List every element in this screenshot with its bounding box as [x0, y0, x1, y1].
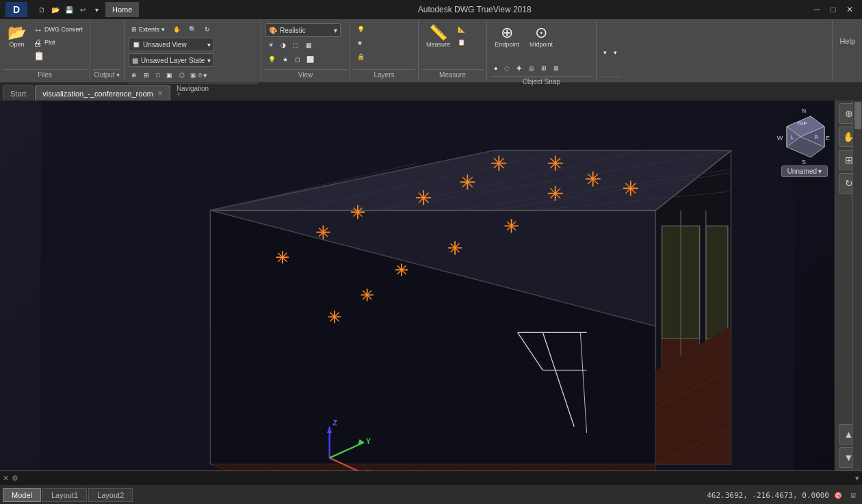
minimize-button[interactable]: ─	[810, 3, 824, 16]
ribbon-group-extra: ▾ ▾	[597, 21, 624, 81]
tab-bar: Start visualization_-_conference_room ✕ …	[0, 83, 862, 101]
snap-btn-4[interactable]: ◎	[526, 62, 537, 75]
qa-new[interactable]: 🗋	[36, 3, 48, 16]
snap-btn-2[interactable]: ◌	[501, 62, 512, 75]
ui-icon-button[interactable]: 🖥	[847, 489, 859, 501]
layer-icon: ▦	[132, 57, 138, 64]
midpoint-button[interactable]: ⊙ Midpoint	[525, 23, 557, 61]
scrollbar-thumb[interactable]	[854, 102, 861, 129]
snap-icon1: ●	[494, 65, 497, 72]
measure-extra-1[interactable]: 📐	[455, 23, 468, 36]
ribbon-group-layers: 💡 ★ 🔒 Layers	[350, 21, 419, 81]
model-tab[interactable]: Model	[3, 488, 41, 502]
measure-extra-icon1: 📐	[458, 26, 465, 33]
nav-extra-5[interactable]: ⬡	[177, 69, 187, 81]
measure-group-label: Measure	[421, 69, 484, 79]
nav-cube[interactable]: TOP L R W E N S	[773, 106, 828, 161]
qa-save[interactable]: 💾	[63, 3, 75, 16]
snap-icon2: ◌	[504, 65, 510, 72]
open-button[interactable]: 📂 Open	[4, 23, 29, 64]
nav-extra-2[interactable]: ⊞	[141, 69, 152, 81]
nav-extra-icon2: ⊞	[144, 72, 149, 79]
nav-extra-icon5: ⬡	[179, 72, 185, 79]
command-close-icon[interactable]: ✕	[3, 474, 9, 483]
layer-btn-2[interactable]: ★	[354, 37, 369, 49]
ribbon-group-navigation: ⊞ Extents ▾ ✋ 🔍 ↻ 🔲	[125, 21, 261, 81]
command-settings-icon[interactable]: ⚙	[12, 474, 18, 483]
plot-button[interactable]: 🖨 Plot	[31, 36, 86, 49]
view-group-label: View	[264, 69, 347, 79]
view-dropdown[interactable]: 🔲 Unsaved View ▾	[129, 38, 214, 51]
view-preset-2[interactable]: ★	[280, 53, 291, 66]
app-logo: D	[5, 2, 27, 17]
maximize-button[interactable]: □	[826, 3, 840, 16]
orbit-button[interactable]: ↻	[202, 23, 213, 36]
snap-btn-3[interactable]: ✚	[514, 62, 525, 75]
zoom-icon: 🔍	[189, 26, 196, 33]
view-preset-4[interactable]: ⬜	[304, 53, 317, 66]
layout1-tab[interactable]: Layout1	[42, 488, 87, 502]
ribbon-group-measure: 📏 Measure 📐 📋 Measure	[419, 21, 487, 81]
layer-btn-1[interactable]: 💡	[354, 23, 369, 36]
extents-icon: ⊞	[131, 26, 137, 33]
view-preset-icon1: 💡	[268, 56, 276, 63]
nav-extra-icon3: □	[156, 72, 159, 79]
ribbon-right: Help	[832, 21, 862, 81]
svg-text:L: L	[791, 135, 794, 140]
qa-open[interactable]: 📂	[49, 3, 62, 16]
nav-extra-4[interactable]: ▣	[164, 69, 175, 81]
nav-extra-icon4: ▣	[166, 72, 172, 79]
nav-extra-1[interactable]: ⊕	[129, 69, 140, 81]
mat-button[interactable]: ▦	[303, 39, 315, 51]
ribbon-group-view: 🎨 Realistic ▾ ☀ ◑ ⬚ ▦	[261, 21, 350, 81]
qa-undo[interactable]: ↩	[77, 3, 89, 16]
menu-tab-home[interactable]: Home	[105, 2, 139, 17]
nav-extra-3[interactable]: □	[153, 69, 162, 81]
svg-rect-22	[706, 226, 728, 339]
layer-btn-3[interactable]: 🔒	[354, 51, 369, 63]
orbit-icon: ↻	[205, 26, 210, 33]
dwg-convert-button[interactable]: ↔ DWG Convert	[31, 23, 86, 36]
layout2-tab[interactable]: Layout2	[88, 488, 133, 502]
view-preset-1[interactable]: 💡	[265, 53, 278, 66]
status-bar: ✕ ⚙ ▾ Model Layout1 Layout2 462.3692, -2…	[0, 470, 862, 504]
snap-btn-5[interactable]: ⊞	[538, 62, 549, 75]
sun-button[interactable]: ☀	[265, 39, 276, 51]
svg-text:N: N	[802, 107, 807, 114]
pan-button[interactable]: ✋	[170, 23, 183, 36]
endpoint-button[interactable]: ⊕ Endpoint	[491, 23, 523, 61]
measure-extra-2[interactable]: 📋	[455, 36, 468, 49]
layer-state-dropdown[interactable]: ▦ Unsaved Layer State ▾	[129, 53, 214, 67]
command-expand-icon[interactable]: ▾	[855, 474, 859, 483]
extents-button[interactable]: ⊞ Extents ▾	[129, 23, 168, 36]
close-button[interactable]: ✕	[843, 3, 857, 16]
view-name-button[interactable]: Unnamed ▾	[781, 165, 828, 177]
measure-extra-icon2: 📋	[458, 39, 465, 46]
coord-icon-button[interactable]: 🎯	[832, 489, 844, 501]
expand-button2[interactable]: ▾	[611, 47, 620, 59]
doc-tab-conference[interactable]: visualization_-_conference_room ✕	[35, 85, 170, 101]
view-preset-icon3: ◻	[295, 56, 300, 63]
snap-btn-6[interactable]: ⊠	[551, 62, 562, 75]
snap-btn-1[interactable]: ●	[491, 62, 500, 75]
vertical-scrollbar[interactable]	[852, 101, 862, 470]
start-tab[interactable]: Start	[3, 85, 34, 101]
zoom-button[interactable]: 🔍	[186, 23, 199, 36]
coordinates-display: 462.3692, -216.4673, 0.0000	[707, 491, 829, 500]
add-tab-button[interactable]: +	[172, 85, 185, 101]
title-bar: D 🗋 📂 💾 ↩ ▾ Home Autodesk DWG TrueView 2…	[0, 0, 862, 19]
doc-tab-close[interactable]: ✕	[157, 90, 163, 97]
batch-plot-button[interactable]: 📋	[31, 49, 86, 62]
viewport[interactable]: Z Y X	[0, 101, 835, 470]
edge-button[interactable]: ⬚	[290, 39, 302, 51]
plot-icon: 🖨	[34, 38, 42, 48]
shadow-button[interactable]: ◑	[278, 39, 289, 51]
convert-icon: ↔	[34, 25, 42, 35]
expand-button[interactable]: ▾	[601, 47, 610, 59]
measure-button[interactable]: 📏 Measure	[423, 23, 454, 64]
view-preset-3[interactable]: ◻	[292, 53, 302, 66]
help-button[interactable]: Help	[833, 21, 862, 62]
render-style-dropdown[interactable]: 🎨 Realistic ▾	[265, 23, 341, 37]
qa-dropdown[interactable]: ▾	[90, 3, 103, 16]
ribbon-group-files: 📂 Open ↔ DWG Convert 🖨 Plot 📋	[0, 21, 90, 81]
